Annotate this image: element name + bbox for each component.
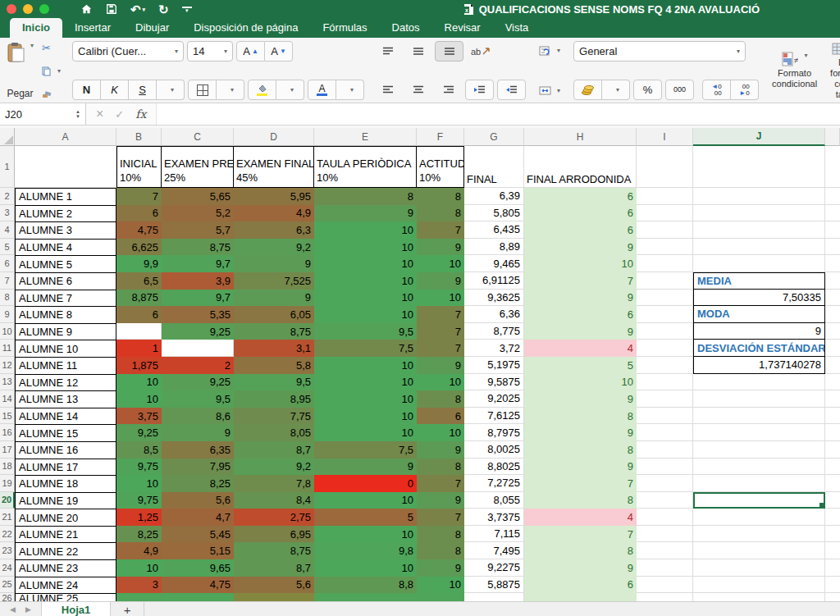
- cell-D17[interactable]: 8,7: [234, 441, 314, 459]
- cell-G25[interactable]: 5,8875: [464, 577, 524, 594]
- font-name-combo[interactable]: Calibri (Cuer...▾: [72, 41, 184, 62]
- cell-I20[interactable]: [637, 492, 693, 509]
- cell-J3[interactable]: [693, 205, 825, 222]
- cell-E22[interactable]: 10: [314, 526, 417, 543]
- text-orientation-button[interactable]: ab: [467, 42, 494, 61]
- percent-button[interactable]: %: [633, 80, 662, 100]
- ribbon-tab-disposicio-n-de-pa-gina[interactable]: Disposición de página: [181, 18, 310, 38]
- cell-G4[interactable]: 6,435: [464, 221, 524, 239]
- cell-J4[interactable]: [693, 221, 825, 239]
- borders-button[interactable]: [188, 80, 217, 100]
- cell-B7[interactable]: 6,5: [116, 272, 162, 290]
- row-header-22[interactable]: 22: [0, 526, 15, 543]
- cell-H4[interactable]: 6: [524, 221, 637, 239]
- cell-H17[interactable]: 8: [524, 441, 637, 459]
- cell-H25[interactable]: 6: [524, 577, 637, 594]
- cell-A6[interactable]: ALUMNE 5: [15, 255, 116, 272]
- row-header-10[interactable]: 10: [0, 323, 15, 340]
- cell-F11[interactable]: 7: [417, 340, 464, 357]
- cell-D11[interactable]: 3,1: [234, 340, 314, 357]
- cell-B21[interactable]: 1,25: [116, 509, 162, 526]
- cell-A5[interactable]: ALUMNE 4: [15, 239, 116, 256]
- header-cell-E1[interactable]: TAULA PERIÒDICA10%: [314, 146, 417, 188]
- cell-G20[interactable]: 8,055: [464, 492, 524, 509]
- cell-G24[interactable]: 9,2275: [464, 559, 524, 577]
- cell-B20[interactable]: 9,75: [116, 492, 162, 509]
- next-sheet-icon[interactable]: ▶: [25, 605, 31, 614]
- cell-B11[interactable]: 1: [116, 340, 162, 357]
- ribbon-tab-insertar[interactable]: Insertar: [62, 18, 123, 38]
- insert-function-icon[interactable]: fx: [135, 107, 146, 121]
- cell-B19[interactable]: 10: [116, 475, 162, 492]
- cell-E15[interactable]: 10: [314, 408, 417, 425]
- cell-F7[interactable]: 9: [417, 272, 464, 290]
- column-header-J[interactable]: J: [693, 128, 825, 146]
- bold-button[interactable]: N: [72, 80, 101, 100]
- cell-I26[interactable]: [637, 593, 693, 601]
- row-header-11[interactable]: 11: [0, 340, 15, 357]
- italic-button[interactable]: K: [101, 80, 129, 100]
- cell-E20[interactable]: 10: [314, 492, 417, 509]
- cell-J18[interactable]: [693, 459, 825, 476]
- cell-I15[interactable]: [637, 408, 693, 425]
- ribbon-tab-revisar[interactable]: Revisar: [432, 18, 493, 38]
- cell-B23[interactable]: 4,9: [116, 542, 162, 559]
- cell-B22[interactable]: 8,25: [116, 526, 162, 543]
- cell-E19[interactable]: 0: [314, 475, 417, 492]
- format-as-table-button[interactable]: ▾ Dar formato como tabla: [827, 41, 840, 101]
- cell-F22[interactable]: 8: [417, 526, 464, 543]
- cell-F5[interactable]: 9: [417, 239, 464, 256]
- cell-H23[interactable]: 8: [524, 542, 637, 559]
- row-header-2[interactable]: 2: [0, 188, 15, 205]
- save-icon[interactable]: [106, 3, 117, 15]
- cell-G22[interactable]: 7,115: [464, 526, 524, 543]
- conditional-formatting-button[interactable]: ≠ ▾ Formato condicional: [769, 52, 820, 89]
- cell-E5[interactable]: 10: [314, 239, 417, 256]
- row-header-17[interactable]: 17: [0, 441, 15, 459]
- cell-I5[interactable]: [637, 239, 693, 256]
- align-bottom-button[interactable]: [435, 41, 463, 62]
- cell-B5[interactable]: 6,625: [116, 239, 162, 256]
- cell-A23[interactable]: ALUMNE 22: [15, 542, 116, 559]
- row-header-20[interactable]: 20: [0, 492, 15, 509]
- cell-H19[interactable]: 7: [524, 475, 637, 492]
- cell-G21[interactable]: 3,7375: [464, 509, 524, 526]
- cell-C18[interactable]: 7,95: [162, 459, 234, 476]
- cell-H6[interactable]: 10: [524, 255, 637, 272]
- row-header-7[interactable]: 7: [0, 272, 15, 290]
- cell-C20[interactable]: 5,6: [162, 492, 234, 509]
- cell-A21[interactable]: ALUMNE 20: [15, 509, 116, 526]
- cell-D18[interactable]: 9,2: [234, 459, 314, 476]
- cell-D3[interactable]: 4,9: [234, 205, 314, 222]
- column-header-C[interactable]: C: [162, 128, 234, 146]
- cell-D10[interactable]: 8,75: [234, 323, 314, 340]
- cell-D23[interactable]: 8,75: [234, 542, 314, 559]
- minimize-button[interactable]: [23, 4, 33, 14]
- cell-A14[interactable]: ALUMNE 13: [15, 390, 116, 408]
- cell-I12[interactable]: [637, 357, 693, 374]
- font-size-combo[interactable]: 14▾: [187, 41, 233, 62]
- cell-J19[interactable]: [693, 475, 825, 492]
- cell-I8[interactable]: [637, 290, 693, 307]
- row-header-25[interactable]: 25: [0, 577, 15, 594]
- cell-I3[interactable]: [637, 205, 693, 222]
- cell-C10[interactable]: 9,25: [162, 323, 234, 340]
- cell-G3[interactable]: 5,805: [464, 205, 524, 222]
- cell-A1[interactable]: [15, 146, 116, 188]
- cell-E7[interactable]: 10: [314, 272, 417, 290]
- cell-B4[interactable]: 4,75: [116, 221, 162, 239]
- cell-J14[interactable]: [693, 390, 825, 408]
- cell-I18[interactable]: [637, 459, 693, 476]
- cell-A24[interactable]: ALUMNE 23: [15, 559, 116, 577]
- cell-C11[interactable]: [162, 340, 234, 357]
- name-box-stepper[interactable]: ▲▼: [75, 109, 80, 119]
- cell-C6[interactable]: 9,7: [162, 255, 234, 272]
- cell-J5[interactable]: [693, 239, 825, 256]
- cell-H26[interactable]: [524, 593, 637, 601]
- align-middle-button[interactable]: [404, 42, 431, 61]
- borders-dropdown[interactable]: ▾: [217, 80, 244, 100]
- align-left-button[interactable]: [374, 80, 401, 99]
- cell-I17[interactable]: [637, 441, 693, 459]
- cell-A16[interactable]: ALUMNE 15: [15, 424, 116, 441]
- merge-cells-button[interactable]: ▾: [536, 81, 564, 100]
